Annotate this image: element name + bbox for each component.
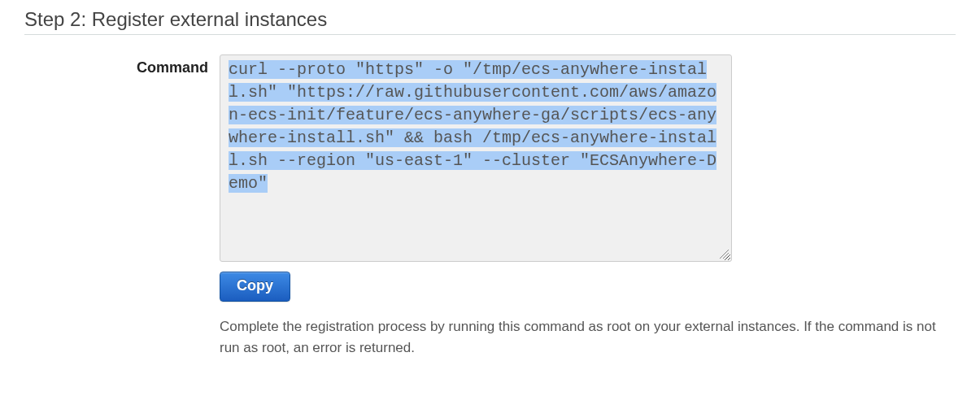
command-label: Command	[24, 54, 220, 76]
svg-line-1	[723, 253, 729, 259]
command-code-box[interactable]: curl --proto "https" -o "/tmp/ecs-anywhe…	[220, 54, 732, 262]
copy-button[interactable]: Copy	[220, 272, 290, 302]
svg-line-0	[720, 250, 729, 259]
command-code-text: curl --proto "https" -o "/tmp/ecs-anywhe…	[229, 60, 716, 193]
step-title: Step 2: Register external instances	[24, 8, 956, 35]
svg-line-2	[726, 256, 729, 259]
command-help-text: Complete the registration process by run…	[220, 316, 952, 358]
command-row: Command curl --proto "https" -o "/tmp/ec…	[24, 54, 956, 358]
resize-handle-icon[interactable]	[718, 248, 730, 259]
